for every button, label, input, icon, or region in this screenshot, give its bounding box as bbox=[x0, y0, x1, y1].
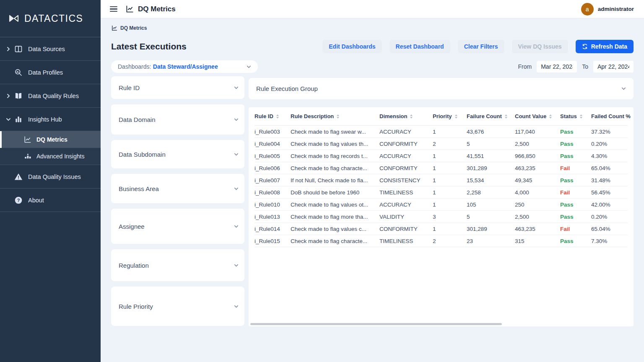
column-header-rule-id[interactable]: Rule ID bbox=[254, 113, 291, 119]
executions-table: Rule ID Rule Description Dimension Prior… bbox=[249, 107, 634, 326]
table-row[interactable]: i_Rule008 DoB should be before 1960 TIME… bbox=[254, 186, 628, 199]
chevron-down-icon bbox=[234, 117, 239, 122]
cell-failure-count: 301,289 bbox=[467, 165, 515, 171]
filter-collapse[interactable]: Rule Priority bbox=[111, 287, 244, 326]
clear-filters-button[interactable]: Clear Filters bbox=[458, 40, 504, 53]
dot-chart-icon bbox=[24, 153, 31, 160]
cell-failure-count: 23 bbox=[467, 238, 515, 244]
table-row[interactable]: i_Rule003 Check made to flag swear w... … bbox=[254, 126, 628, 138]
cell-failed-count-pct: 37.32% bbox=[591, 129, 628, 135]
cell-failed-count-pct: 0.20% bbox=[591, 214, 628, 220]
cell-failure-count: 301,289 bbox=[467, 226, 515, 232]
cell-status-badge: Pass bbox=[560, 129, 591, 135]
filter-collapse[interactable]: Assignee bbox=[111, 209, 244, 244]
view-dq-issues-button[interactable]: View DQ Issues bbox=[512, 40, 568, 53]
cell-rule-description: If not Null, Check made to fla... bbox=[291, 177, 379, 184]
sidebar-item-about[interactable]: ? About bbox=[0, 189, 101, 212]
cell-rule-description: DoB should be before 1960 bbox=[291, 189, 379, 196]
column-header-failure-count[interactable]: Failure Count bbox=[467, 113, 515, 119]
cell-status-badge: Pass bbox=[560, 177, 591, 184]
cell-dimension: VALIDITY bbox=[379, 214, 433, 220]
sort-icon[interactable] bbox=[410, 114, 413, 119]
sort-icon[interactable] bbox=[505, 114, 507, 119]
date-from-label: From bbox=[518, 63, 532, 70]
cell-status-badge: Pass bbox=[560, 141, 591, 147]
line-chart-icon bbox=[24, 136, 31, 143]
sidebar-item-data-quality-rules[interactable]: Data Quality Rules bbox=[0, 84, 101, 108]
filters-panel: Rule ID Data Domain Data Subdomain bbox=[111, 76, 244, 331]
chevron-right-icon bbox=[6, 93, 11, 98]
sidebar-item-dq-metrics[interactable]: DQ Metrics bbox=[0, 131, 101, 148]
cell-dimension: CONSISTENCY bbox=[379, 177, 433, 184]
breadcrumb-label[interactable]: DQ Metrics bbox=[120, 25, 147, 31]
chevron-down-icon bbox=[234, 304, 239, 309]
table-row[interactable]: i_Rule005 Check made to flag records t..… bbox=[254, 150, 628, 162]
refresh-icon bbox=[582, 44, 588, 49]
date-from-input[interactable] bbox=[537, 61, 577, 72]
breadcrumb: DQ Metrics bbox=[101, 18, 644, 38]
filter-collapse[interactable]: Rule ID bbox=[111, 76, 244, 99]
table-row[interactable]: i_Rule014 Check made to flag values c...… bbox=[254, 223, 628, 235]
sidebar-item-label: Data Sources bbox=[28, 46, 65, 52]
insights-hub-submenu: DQ Metrics Advanced Insights bbox=[0, 131, 101, 165]
filter-collapse[interactable]: Data Domain bbox=[111, 104, 244, 134]
svg-text:?: ? bbox=[17, 197, 20, 202]
reset-dashboard-button[interactable]: Reset Dashboard bbox=[390, 40, 450, 53]
warning-triangle-icon bbox=[14, 173, 23, 181]
column-header-count-value[interactable]: Count Value bbox=[515, 113, 560, 119]
cell-rule-id: i_Rule015 bbox=[254, 238, 291, 244]
column-header-failed-count-pct[interactable]: Failed Count % bbox=[591, 113, 628, 119]
cell-dimension: TIMELINESS bbox=[379, 189, 433, 196]
sidebar-item-data-profiles[interactable]: Data Profiles bbox=[0, 61, 101, 84]
sidebar-item-data-quality-issues[interactable]: Data Quality Issues bbox=[0, 165, 101, 189]
table-row[interactable]: i_Rule007 If not Null, Check made to fla… bbox=[254, 174, 628, 186]
chevron-down-icon bbox=[234, 85, 239, 90]
sidebar-item-label: Data Profiles bbox=[28, 69, 63, 76]
table-row[interactable]: i_Rule004 Check made to flag values th..… bbox=[254, 138, 628, 150]
table-row[interactable]: i_Rule015 Check made to flag characte...… bbox=[254, 235, 628, 247]
column-header-rule-description[interactable]: Rule Description bbox=[291, 113, 379, 119]
sort-icon[interactable] bbox=[549, 114, 552, 119]
cell-rule-id: i_Rule010 bbox=[254, 202, 291, 208]
avatar[interactable]: a bbox=[581, 3, 594, 16]
sort-icon[interactable] bbox=[276, 114, 279, 119]
user-menu[interactable]: a administrator bbox=[581, 3, 634, 16]
table-row[interactable]: i_Rule006 Check made to flag characte...… bbox=[254, 162, 628, 174]
filter-label: Data Subdomain bbox=[119, 151, 166, 158]
filter-label: Rule Priority bbox=[119, 303, 153, 310]
cell-failure-count: 5 bbox=[467, 214, 515, 220]
sidebar-item-label: Data Quality Rules bbox=[28, 93, 79, 99]
rule-execution-group-collapse[interactable]: Rule Execution Group bbox=[249, 78, 634, 99]
column-header-dimension[interactable]: Dimension bbox=[379, 113, 433, 119]
filter-collapse[interactable]: Business Area bbox=[111, 174, 244, 203]
question-circle-icon: ? bbox=[14, 196, 23, 204]
chevron-down-icon bbox=[234, 152, 239, 157]
column-header-status[interactable]: Status bbox=[560, 113, 591, 119]
refresh-data-button[interactable]: Refresh Data bbox=[576, 40, 634, 53]
chevron-down-icon bbox=[247, 65, 251, 69]
sidebar-item-insights-hub[interactable]: Insights Hub bbox=[0, 108, 101, 131]
column-header-priority[interactable]: Priority bbox=[433, 113, 467, 119]
dashboards-select[interactable]: Dashboards: Data Steward/Assignee bbox=[111, 60, 258, 73]
sidebar-item-data-sources[interactable]: Data Sources bbox=[0, 37, 101, 61]
hamburger-menu-icon[interactable] bbox=[110, 6, 117, 12]
sort-icon[interactable] bbox=[580, 114, 582, 119]
filter-collapse[interactable]: Regulation bbox=[111, 249, 244, 281]
sort-icon[interactable] bbox=[337, 114, 339, 119]
chevron-down-icon bbox=[234, 224, 239, 229]
sort-icon[interactable] bbox=[455, 114, 457, 119]
sidebar-item-advanced-insights[interactable]: Advanced Insights bbox=[0, 148, 101, 165]
cell-count-value: 4,000 bbox=[515, 189, 560, 196]
cell-priority: 1 bbox=[433, 226, 467, 232]
date-to-input[interactable] bbox=[593, 61, 634, 72]
table-row[interactable]: i_Rule013 Check made to flag more tha...… bbox=[254, 211, 628, 223]
edit-dashboards-button[interactable]: Edit Dashboards bbox=[322, 40, 382, 53]
horizontal-scrollbar[interactable] bbox=[250, 323, 502, 325]
cell-dimension: ACCURACY bbox=[379, 153, 433, 159]
cell-priority: 2 bbox=[433, 238, 467, 244]
cell-rule-id: i_Rule003 bbox=[254, 129, 291, 135]
cell-priority: 3 bbox=[433, 214, 467, 220]
filter-collapse[interactable]: Data Subdomain bbox=[111, 140, 244, 168]
table-row[interactable]: i_Rule010 Check made to flag values ot..… bbox=[254, 199, 628, 211]
cell-failed-count-pct: 56.45% bbox=[591, 189, 628, 196]
